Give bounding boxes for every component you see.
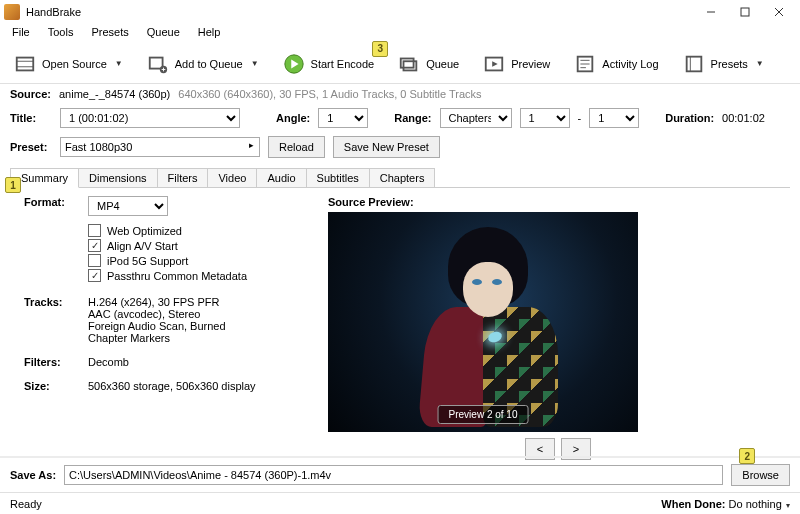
filters-value: Decomb bbox=[88, 356, 129, 368]
tab-subtitles[interactable]: Subtitles bbox=[306, 168, 370, 187]
activity-log-label: Activity Log bbox=[602, 58, 658, 70]
dropdown-icon: ▼ bbox=[251, 59, 259, 68]
menu-bar: File Tools Presets Queue Help bbox=[0, 24, 800, 44]
tab-video[interactable]: Video bbox=[207, 168, 257, 187]
title-label: Title: bbox=[10, 112, 52, 124]
presets-button[interactable]: Presets ▼ bbox=[677, 49, 770, 79]
svg-rect-7 bbox=[150, 57, 163, 68]
size-value: 506x360 storage, 506x360 display bbox=[88, 380, 256, 392]
dropdown-icon: ▾ bbox=[784, 501, 790, 510]
menu-file[interactable]: File bbox=[6, 24, 36, 44]
angle-label: Angle: bbox=[276, 112, 310, 124]
track-line: Foreign Audio Scan, Burned bbox=[88, 320, 226, 332]
summary-panel: Format: MP4 Web Optimized ✓Align A/V Sta… bbox=[0, 188, 800, 464]
format-select[interactable]: MP4 bbox=[88, 196, 168, 216]
source-filename: anime_-_84574 (360p) bbox=[59, 88, 170, 100]
range-mode-select[interactable]: Chapters bbox=[440, 108, 512, 128]
queue-label: Queue bbox=[426, 58, 459, 70]
dropdown-icon: ▼ bbox=[115, 59, 123, 68]
preview-label: Preview bbox=[511, 58, 550, 70]
when-done-label: When Done: bbox=[661, 498, 725, 510]
callout-3: 3 bbox=[372, 41, 388, 57]
preview-icon bbox=[483, 53, 505, 75]
tab-dimensions[interactable]: Dimensions bbox=[78, 168, 157, 187]
app-logo-icon bbox=[4, 4, 20, 20]
save-as-label: Save As: bbox=[10, 469, 56, 481]
menu-help[interactable]: Help bbox=[192, 24, 227, 44]
window-titlebar: HandBrake bbox=[0, 0, 800, 24]
source-meta: 640x360 (640x360), 30 FPS, 1 Audio Track… bbox=[178, 88, 481, 100]
source-preview-image: Preview 2 of 10 bbox=[328, 212, 638, 432]
browse-button[interactable]: Browse bbox=[731, 464, 790, 486]
track-line: Chapter Markers bbox=[88, 332, 226, 344]
filters-sum-label: Filters: bbox=[24, 356, 88, 368]
log-icon bbox=[574, 53, 596, 75]
track-line: AAC (avcodec), Stereo bbox=[88, 308, 226, 320]
save-as-input[interactable] bbox=[64, 465, 723, 485]
menu-presets[interactable]: Presets bbox=[85, 24, 134, 44]
tracks-list: H.264 (x264), 30 FPS PFR AAC (avcodec), … bbox=[88, 296, 226, 344]
source-preview-label: Source Preview: bbox=[328, 196, 788, 208]
svg-marker-16 bbox=[492, 61, 498, 67]
window-minimize-button[interactable] bbox=[694, 1, 728, 23]
title-select[interactable]: 1 (00:01:02) bbox=[60, 108, 240, 128]
window-close-button[interactable] bbox=[762, 1, 796, 23]
tracks-label: Tracks: bbox=[24, 296, 88, 344]
queue-add-icon bbox=[147, 53, 169, 75]
activity-log-button[interactable]: Activity Log bbox=[568, 49, 664, 79]
window-maximize-button[interactable] bbox=[728, 1, 762, 23]
menu-queue[interactable]: Queue bbox=[141, 24, 186, 44]
tab-audio[interactable]: Audio bbox=[256, 168, 306, 187]
status-bar: Ready When Done: Do nothing ▾ bbox=[0, 492, 800, 514]
duration-label: Duration: bbox=[665, 112, 714, 124]
status-text: Ready bbox=[10, 498, 42, 510]
source-label: Source: bbox=[10, 88, 51, 100]
add-to-queue-label: Add to Queue bbox=[175, 58, 243, 70]
preview-index-badge: Preview 2 of 10 bbox=[438, 405, 529, 424]
web-optimized-checkbox[interactable]: Web Optimized bbox=[88, 224, 247, 237]
checkbox-icon bbox=[88, 254, 101, 267]
preset-label: Preset: bbox=[10, 141, 52, 153]
tabs: Summary 1 Dimensions Filters Video Audio… bbox=[10, 168, 790, 188]
tab-summary[interactable]: Summary 1 bbox=[10, 168, 79, 188]
queue-icon bbox=[398, 53, 420, 75]
ipod-checkbox[interactable]: iPod 5G Support bbox=[88, 254, 247, 267]
source-row: Source: anime_-_84574 (360p) 640x360 (64… bbox=[0, 84, 800, 104]
tab-chapters[interactable]: Chapters bbox=[369, 168, 436, 187]
open-source-button[interactable]: Open Source ▼ bbox=[8, 49, 129, 79]
toolbar: Open Source ▼ Add to Queue ▼ Start Encod… bbox=[0, 44, 800, 84]
duration-value: 00:01:02 bbox=[722, 112, 765, 124]
preset-dropdown-icon: ▸ bbox=[249, 140, 254, 150]
checkbox-icon bbox=[88, 224, 101, 237]
start-encode-button[interactable]: Start Encode 3 bbox=[277, 49, 381, 79]
angle-select[interactable]: 1 bbox=[318, 108, 368, 128]
presets-label: Presets bbox=[711, 58, 748, 70]
preset-input[interactable] bbox=[60, 137, 260, 157]
range-to-select[interactable]: 1 bbox=[589, 108, 639, 128]
range-label: Range: bbox=[394, 112, 431, 124]
save-preset-button[interactable]: Save New Preset bbox=[333, 136, 440, 158]
preset-dropdown[interactable]: ▸ bbox=[60, 137, 260, 157]
add-to-queue-button[interactable]: Add to Queue ▼ bbox=[141, 49, 265, 79]
svg-rect-4 bbox=[17, 57, 34, 70]
dropdown-icon: ▼ bbox=[756, 59, 764, 68]
start-encode-label: Start Encode bbox=[311, 58, 375, 70]
title-row: Title: 1 (00:01:02) Angle: 1 Range: Chap… bbox=[0, 104, 800, 132]
reload-button[interactable]: Reload bbox=[268, 136, 325, 158]
preview-button[interactable]: Preview bbox=[477, 49, 556, 79]
svg-rect-1 bbox=[741, 8, 749, 16]
menu-tools[interactable]: Tools bbox=[42, 24, 80, 44]
film-icon bbox=[14, 53, 36, 75]
tab-filters[interactable]: Filters bbox=[157, 168, 209, 187]
open-source-label: Open Source bbox=[42, 58, 107, 70]
size-label: Size: bbox=[24, 380, 88, 392]
checkbox-icon: ✓ bbox=[88, 269, 101, 282]
track-line: H.264 (x264), 30 FPS PFR bbox=[88, 296, 226, 308]
passthru-checkbox[interactable]: ✓Passthru Common Metadata bbox=[88, 269, 247, 282]
window-title: HandBrake bbox=[26, 6, 694, 18]
when-done-dropdown[interactable]: Do nothing ▾ bbox=[729, 498, 790, 510]
range-from-select[interactable]: 1 bbox=[520, 108, 570, 128]
align-av-checkbox[interactable]: ✓Align A/V Start bbox=[88, 239, 247, 252]
queue-button[interactable]: Queue bbox=[392, 49, 465, 79]
format-label: Format: bbox=[24, 196, 88, 284]
